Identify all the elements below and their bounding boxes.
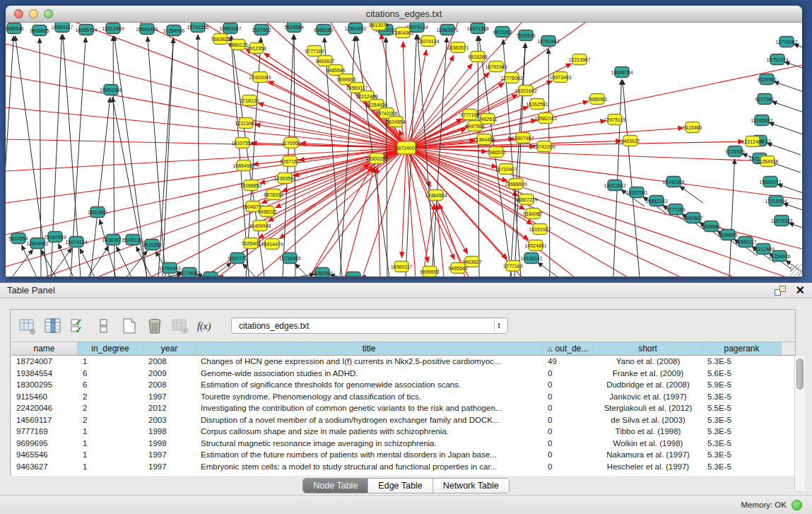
column-header-pagerank[interactable]: pagerank bbox=[702, 342, 782, 355]
black-edge[interactable] bbox=[163, 38, 173, 276]
graph-node[interactable]: 22420046 bbox=[249, 72, 271, 83]
black-edge[interactable] bbox=[767, 144, 801, 155]
black-edge[interactable] bbox=[158, 38, 173, 276]
minimize-window-button[interactable] bbox=[29, 9, 38, 18]
graph-node[interactable]: 9215935 bbox=[725, 146, 744, 157]
red-edge[interactable] bbox=[310, 148, 406, 276]
graph-node[interactable]: 12213967 bbox=[568, 54, 590, 65]
graph-node[interactable]: 9777169 bbox=[666, 204, 685, 215]
red-edge[interactable] bbox=[331, 23, 406, 148]
graph-node[interactable]: 16914479 bbox=[261, 239, 283, 250]
black-edge[interactable] bbox=[794, 45, 802, 56]
graph-node[interactable]: 9227341 bbox=[755, 94, 774, 105]
graph-node[interactable]: 12213983 bbox=[235, 118, 257, 129]
table-row[interactable]: 1456911722003Disruption of a novel membe… bbox=[11, 414, 794, 426]
graph-node[interactable]: 15074134 bbox=[417, 36, 439, 47]
graph-node[interactable]: 9815268 bbox=[493, 27, 512, 37]
black-edge[interactable] bbox=[680, 186, 703, 203]
graph-node[interactable]: 12776062 bbox=[775, 37, 797, 47]
red-edge[interactable] bbox=[6, 148, 406, 171]
table-row[interactable]: 946362711997Embryonic stem cells: a mode… bbox=[11, 461, 794, 473]
black-edge[interactable] bbox=[789, 223, 802, 235]
graph-node[interactable]: 15742206 bbox=[662, 177, 684, 187]
graph-node[interactable]: 1527602 bbox=[252, 25, 271, 35]
graph-node[interactable]: 11675333 bbox=[771, 216, 793, 226]
black-edge[interactable] bbox=[478, 36, 479, 276]
vertical-scrollbar[interactable] bbox=[794, 356, 805, 491]
table-row[interactable]: 1872400712008Changes of HCN gene express… bbox=[11, 356, 794, 368]
graph-node[interactable]: 9815268 bbox=[468, 52, 487, 62]
graph-node[interactable]: 15751074 bbox=[766, 54, 788, 65]
black-edge[interactable] bbox=[548, 49, 550, 276]
column-header-short[interactable]: short bbox=[594, 342, 702, 355]
graph-node[interactable]: 15582243 bbox=[645, 196, 667, 206]
graph-node[interactable]: 5624554 bbox=[8, 233, 28, 244]
graph-node[interactable]: 9457771 bbox=[228, 253, 247, 264]
graph-node[interactable]: 15074134 bbox=[65, 237, 87, 247]
graph-node[interactable]: 11254936 bbox=[769, 251, 791, 262]
red-edge[interactable] bbox=[6, 44, 406, 148]
graph-node[interactable]: 14569117 bbox=[391, 262, 413, 272]
table-row[interactable]: 1830029562008Estimation of significance … bbox=[11, 379, 794, 391]
black-edge[interactable] bbox=[774, 82, 802, 93]
graph-node[interactable]: 12776062 bbox=[500, 73, 522, 83]
graph-node[interactable]: 10807487 bbox=[512, 133, 534, 144]
graph-node[interactable]: 12776062 bbox=[178, 268, 200, 277]
graph-node[interactable]: 7663822 bbox=[211, 34, 230, 45]
graph-node[interactable]: 1170064 bbox=[282, 138, 301, 148]
table-row[interactable]: 977716911998Corpus callosum shape and si… bbox=[11, 426, 794, 438]
resize-grip[interactable] bbox=[790, 264, 801, 276]
black-edge[interactable] bbox=[295, 264, 308, 276]
graph-node[interactable]: 6966160 bbox=[314, 25, 333, 35]
graph-node[interactable]: 10653267 bbox=[219, 23, 241, 34]
function-builder-icon[interactable]: f(x) bbox=[196, 316, 215, 335]
graph-node[interactable]: 16262591 bbox=[526, 99, 548, 110]
graph-node[interactable]: 16151927 bbox=[529, 224, 551, 235]
close-window-button[interactable] bbox=[14, 9, 23, 18]
column-header-in_degree[interactable]: in_degree bbox=[78, 342, 143, 355]
graph-node[interactable]: 11409948 bbox=[249, 221, 271, 231]
graph-node[interactable]: 15582243 bbox=[342, 272, 364, 277]
graph-node[interactable]: 15742206 bbox=[187, 23, 208, 33]
graph-node[interactable]: 9860125 bbox=[228, 40, 247, 50]
red-edge[interactable] bbox=[406, 64, 472, 148]
black-edge[interactable] bbox=[117, 247, 131, 276]
graph-node[interactable]: 12975115 bbox=[604, 115, 626, 125]
table-row[interactable]: 911546021997Tourette syndrome. Phenomeno… bbox=[11, 391, 794, 403]
graph-node[interactable]: 9777169 bbox=[503, 261, 522, 271]
graph-node[interactable]: 9777169 bbox=[460, 110, 479, 120]
graph-node[interactable]: 7986572 bbox=[486, 147, 505, 158]
graph-node[interactable]: 16791943 bbox=[537, 36, 559, 47]
table-columns-icon[interactable] bbox=[43, 316, 62, 335]
graph-node[interactable]: 9465546 bbox=[701, 221, 720, 232]
graph-node[interactable]: 15720407 bbox=[495, 164, 517, 175]
graph-node[interactable]: 9777169 bbox=[305, 46, 324, 57]
graph-node[interactable]: 8813074 bbox=[369, 23, 388, 30]
black-edge[interactable] bbox=[772, 102, 802, 113]
red-edge[interactable] bbox=[345, 168, 375, 276]
graph-node[interactable]: 5905139 bbox=[123, 235, 142, 245]
graph-node[interactable]: 18383571 bbox=[102, 235, 124, 245]
new-document-icon[interactable] bbox=[119, 316, 139, 335]
graph-node[interactable]: 7625402 bbox=[241, 238, 260, 249]
table-row[interactable]: 1938455462009Genome-wide association stu… bbox=[11, 368, 794, 380]
graph-node[interactable]: 7462611 bbox=[478, 114, 498, 124]
table-row[interactable]: 969969511998Structural magnetic resonanc… bbox=[11, 438, 794, 450]
graph-node[interactable]: 9699695 bbox=[30, 25, 49, 36]
table-settings-icon[interactable]: ⚙ bbox=[18, 316, 37, 335]
black-edge[interactable] bbox=[613, 80, 622, 276]
red-edge[interactable] bbox=[406, 148, 681, 276]
tab-edge-table[interactable]: Edge Table bbox=[368, 479, 433, 493]
graph-node[interactable]: 12212469 bbox=[752, 244, 774, 255]
red-edge[interactable] bbox=[406, 148, 454, 259]
graph-node[interactable]: 2718120 bbox=[240, 95, 259, 106]
black-edge[interactable] bbox=[198, 35, 199, 276]
graph-node[interactable]: 20691406 bbox=[136, 24, 158, 35]
graph-node[interactable]: 9115460 bbox=[683, 122, 702, 133]
select-rows-icon[interactable]: ✓✓ bbox=[69, 316, 88, 335]
tab-node-table[interactable]: Node Table bbox=[303, 479, 368, 493]
black-edge[interactable] bbox=[777, 185, 802, 196]
black-edge[interactable] bbox=[243, 264, 256, 276]
graph-node[interactable]: 2891850 bbox=[88, 207, 107, 218]
scrollbar-thumb[interactable] bbox=[796, 358, 804, 390]
